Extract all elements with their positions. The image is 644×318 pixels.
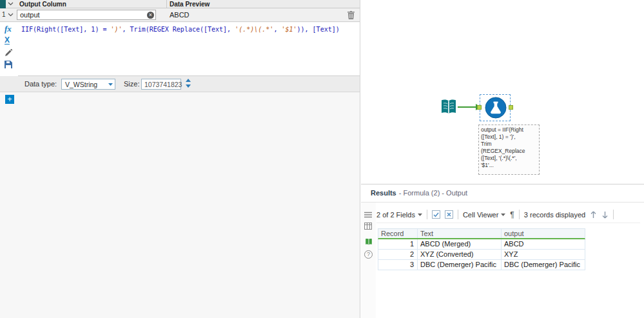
table-row[interactable]: 2 XYZ (Converted) XYZ — [378, 250, 585, 260]
select-all-icon[interactable] — [432, 210, 440, 219]
input-data-tool[interactable] — [438, 97, 459, 117]
formula-expression[interactable]: IIF(Right([Text], 1) = ')', Trim(REGEX_R… — [21, 26, 358, 33]
formula-code-segment: )), [Text]) — [297, 26, 340, 33]
data-preview-header: Data Preview — [170, 1, 210, 8]
column-header-record[interactable]: Record — [378, 229, 417, 238]
formula-code-segment: , Trim(REGEX_Replace([Text], — [122, 26, 235, 33]
delete-expression-icon[interactable] — [347, 11, 355, 19]
alteryx-designer-window: Output Column Data Preview 1 output × AB… — [0, 0, 644, 318]
formula-code-segment: IIF(Right([Text], 1) = — [21, 26, 110, 33]
record-cell[interactable]: 2 — [378, 250, 417, 259]
size-label: Size: — [124, 80, 139, 88]
row-number: 1 — [2, 11, 6, 18]
editor-icon-strip: fx X — [0, 23, 18, 76]
datatype-label: Data type: — [24, 80, 57, 88]
cell-viewer-dropdown[interactable]: Cell Viewer — [463, 211, 505, 219]
workflow-canvas[interactable]: output = IIF(Right ([Text], 1) = ')', Tr… — [361, 0, 644, 184]
deselect-all-icon[interactable] — [445, 210, 453, 219]
results-title: Results- Formula (2) - Output — [371, 189, 467, 197]
metadata-grid-icon[interactable] — [364, 223, 372, 230]
table-row[interactable]: 3 DBC (Demerger) Pacific DBC (Demerger) … — [378, 260, 585, 270]
chevron-down-icon[interactable] — [8, 13, 14, 17]
data-preview-value: ABCD — [170, 11, 190, 19]
chevron-down-icon — [501, 214, 505, 216]
toolbar-separator — [427, 210, 427, 219]
chevron-down-icon — [418, 214, 422, 216]
results-title-rest: - Formula (2) - Output — [399, 189, 467, 197]
help-icon[interactable]: ? — [364, 250, 373, 259]
results-table: Record Text output 1 ABCD (Merged) ABCD … — [378, 228, 585, 270]
add-column-button[interactable]: + — [5, 95, 14, 104]
text-cell[interactable]: XYZ (Converted) — [417, 250, 501, 259]
tool-annotation[interactable]: output = IIF(Right ([Text], 1) = ')', Tr… — [478, 124, 540, 175]
table-row[interactable]: 1 ABCD (Merged) ABCD — [378, 239, 585, 250]
record-cell[interactable]: 3 — [378, 260, 417, 270]
expression-row[interactable]: 1 output × ABCD — [0, 8, 360, 22]
whitespace-toggle-icon[interactable]: ¶ — [510, 211, 514, 219]
output-cell[interactable]: ABCD — [501, 239, 585, 249]
input-anchor[interactable] — [477, 105, 482, 110]
column-header-row: Output Column Data Preview — [0, 0, 360, 8]
fields-dropdown[interactable]: 2 of 2 Fields — [376, 211, 422, 219]
fields-dropdown-label: 2 of 2 Fields — [376, 211, 415, 219]
table-header-row: Record Text output — [378, 228, 585, 239]
formula-tool[interactable] — [484, 96, 507, 119]
formula-config-panel: Output Column Data Preview 1 output × AB… — [0, 0, 360, 318]
formula-string-segment: ')' — [110, 26, 122, 33]
stepper-down-icon[interactable] — [184, 84, 192, 90]
clear-icon[interactable]: × — [147, 12, 154, 19]
results-panel: Results- Formula (2) - Output ? 2 of 2 F… — [361, 184, 644, 318]
datatype-row: Data type: V_WString Size: 1073741823 — [0, 76, 360, 92]
arrow-down-icon[interactable] — [601, 211, 609, 219]
formula-code-segment: , — [273, 26, 281, 33]
toolbar-separator — [519, 210, 520, 219]
pen-icon[interactable] — [5, 48, 12, 59]
formula-string-segment: '$1' — [281, 26, 297, 33]
size-input[interactable]: 1073741823 — [141, 79, 181, 90]
save-expression-icon[interactable] — [5, 60, 12, 70]
expression-editor[interactable]: fx X IIF(Right([Text], 1) = ')', Trim(RE… — [0, 23, 360, 76]
insert-function-icon[interactable]: fx — [5, 25, 12, 33]
text-cell[interactable]: DBC (Demerger) Pacific — [417, 260, 501, 270]
header-corner — [0, 0, 6, 8]
profile-list-icon[interactable] — [364, 212, 372, 218]
output-column-input[interactable]: output × — [17, 10, 156, 20]
output-cell[interactable]: DBC (Demerger) Pacific — [501, 260, 585, 270]
size-stepper — [184, 79, 192, 90]
formula-string-segment: '(.*)\(.*' — [235, 26, 273, 33]
datatype-value: V_WString — [65, 81, 97, 88]
records-displayed-label: 3 records displayed — [524, 211, 585, 219]
results-divider — [361, 202, 644, 203]
header-divider — [166, 0, 167, 8]
toolbar-separator — [458, 210, 458, 219]
results-toolbar: 2 of 2 Fields Cell Viewer ¶ 3 records di… — [376, 206, 640, 223]
record-cell[interactable]: 1 — [378, 239, 417, 249]
column-header-text[interactable]: Text — [417, 229, 501, 238]
results-title-bold: Results — [371, 189, 396, 197]
column-header-output[interactable]: output — [501, 229, 585, 238]
size-value: 1073741823 — [144, 81, 182, 88]
cell-viewer-label: Cell Viewer — [463, 211, 498, 219]
stepper-up-icon[interactable] — [184, 79, 192, 84]
data-view-icon[interactable] — [364, 237, 373, 246]
insert-variable-icon[interactable]: X — [5, 36, 10, 45]
results-side-strip: ? — [361, 203, 376, 318]
chevron-down-icon — [108, 83, 113, 86]
output-cell[interactable]: XYZ — [501, 250, 585, 259]
output-anchor[interactable] — [509, 105, 513, 110]
datatype-dropdown[interactable]: V_WString — [61, 79, 115, 90]
output-column-header: Output Column — [19, 1, 66, 8]
arrow-up-icon[interactable] — [590, 211, 597, 219]
text-cell[interactable]: ABCD (Merged) — [417, 239, 501, 249]
chevron-down-icon[interactable] — [8, 2, 14, 6]
toolbar-separator — [613, 210, 614, 219]
output-column-value: output — [20, 11, 40, 19]
